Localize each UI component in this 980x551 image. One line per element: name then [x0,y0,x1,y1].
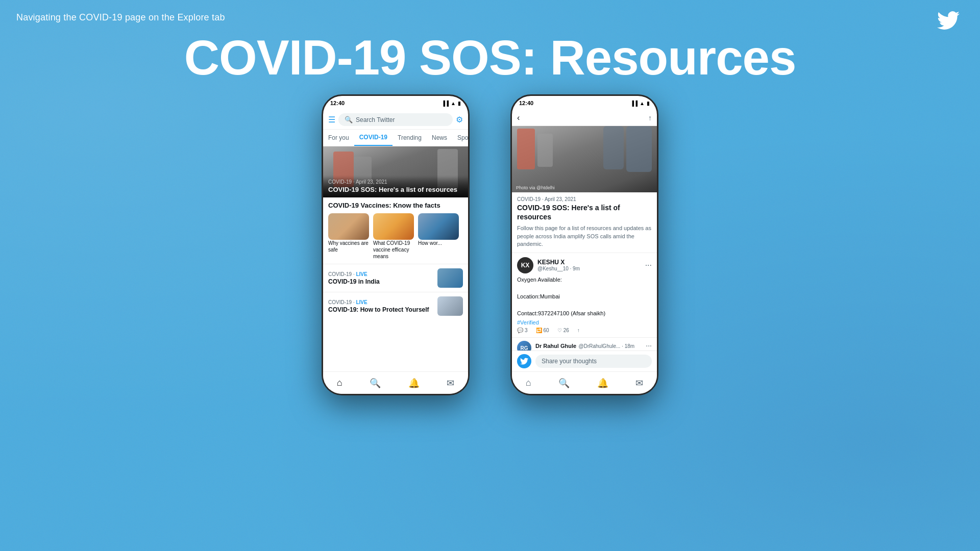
tweet1-actions: 💬 3 🔁 60 ♡ 26 ↑ [517,328,652,333]
article-card-3[interactable]: How wor... [418,213,459,260]
tweet1-like-action[interactable]: ♡ 26 [557,328,569,333]
page-subtitle: Navigating the COVID-19 page on the Expl… [16,12,225,23]
phone1-bottom-nav: ⌂ 🔍 🔔 ✉ [323,371,468,394]
tweet1-name: KESHU X [537,259,641,266]
wifi-icon: ▲ [451,101,456,106]
tab-for-you[interactable]: For you [323,130,354,145]
live-thumb-img-1 [437,268,463,288]
phone1-toolbar: ☰ 🔍 Search Twitter ⚙ [323,110,468,130]
wifi-icon-2: ▲ [640,101,645,106]
mail-nav-icon[interactable]: ✉ [447,378,454,389]
search-icon: 🔍 [345,116,353,123]
article-label-2: What COVID-19 vaccine efficacy means [373,240,414,260]
tab-trending[interactable]: Trending [393,130,427,145]
phone1-status-icons: ▐▐ ▲ ▮ [442,101,461,106]
live-badge-1: COVID-19 · LIVE [328,271,380,277]
tweet1-handle: @Keshu__10 · 9m [537,266,641,271]
vaccines-section: COVID-19 Vaccines: Know the facts Why va… [323,197,468,264]
p2-article-category: COVID-19 · April 23, 2021 [517,196,652,202]
phone1-screen: ☰ 🔍 Search Twitter ⚙ For you COVID-19 Tr… [323,110,468,394]
home-nav-icon[interactable]: ⌂ [337,378,342,388]
reply-count: 3 [525,328,528,333]
hero-title: COVID-19 SOS: Here's a list of resources [328,186,463,194]
battery-icon-2: ▮ [647,101,650,106]
phone2-article-content: COVID-19 · April 23, 2021 COVID-19 SOS: … [512,192,657,253]
tweet1-text: Oxygen Available: Location:Mumbai Contac… [517,276,652,318]
hero-overlay: COVID-19 · April 23, 2021 COVID-19 SOS: … [323,175,468,197]
reply-icon: 💬 [517,328,523,333]
tweet1-reply-action[interactable]: 💬 3 [517,328,528,333]
compose-input[interactable]: Share your thoughts [535,355,652,368]
compose-bar: Share your thoughts [512,350,657,371]
phone1-time: 12:40 [330,100,345,106]
home-nav-icon-2[interactable]: ⌂ [526,378,531,388]
tweet2-name: Dr Rahul Ghule [535,343,576,349]
settings-icon[interactable]: ⚙ [456,115,463,124]
tweet2-handle: @DrRahulGhule... · 18m [579,343,635,349]
signal-icon-2: ▐▐ [630,101,638,106]
phone2-screen: ‹ ↑ Photo via @htdelhi COVID-19 · April … [512,110,657,394]
live-title-2: COVID-19: How to Protect Yourself [328,306,429,313]
battery-icon: ▮ [458,101,461,106]
mail-nav-icon-2[interactable]: ✉ [635,378,643,389]
article-cards: Why vaccines are safe What COVID-19 vacc… [328,213,463,260]
live-item-2[interactable]: COVID-19 · LIVE COVID-19: How to Protect… [323,292,468,320]
tweet2-header: Dr Rahul Ghule @DrRahulGhule... · 18m ··… [535,341,652,350]
vaccines-section-title: COVID-19 Vaccines: Know the facts [328,202,463,209]
article-label-3: How wor... [418,240,459,246]
phone2-hero-image: Photo via @htdelhi [512,126,657,192]
phone2-status-bar: 12:40 ▐▐ ▲ ▮ [512,96,657,110]
search-placeholder: Search Twitter [356,116,395,123]
article-card-2[interactable]: What COVID-19 vaccine efficacy means [373,213,414,260]
search-bar[interactable]: 🔍 Search Twitter [338,113,453,126]
phone-2: 12:40 ▐▐ ▲ ▮ ‹ ↑ [510,94,658,395]
notifications-nav-icon-2[interactable]: 🔔 [597,378,608,389]
tab-news[interactable]: News [427,130,452,145]
search-nav-icon[interactable]: 🔍 [370,378,381,389]
phone1-hero-image: COVID-19 · April 23, 2021 COVID-19 SOS: … [323,146,468,197]
phone2-time: 12:40 [519,100,533,106]
p2-article-headline: COVID-19 SOS: Here's a list of resources [517,203,652,221]
share-action-icon: ↑ [577,328,580,333]
vaccine-article-img-2 [373,213,414,240]
article-label-1: Why vaccines are safe [328,240,369,253]
article-card-1[interactable]: Why vaccines are safe [328,213,369,260]
tweet1-avatar: KX [517,257,533,273]
tweet-card-1: KX KESHU X @Keshu__10 · 9m ··· Oxygen Av… [512,253,657,338]
menu-icon[interactable]: ☰ [328,115,335,124]
compose-avatar [517,354,531,368]
tweet1-meta: KESHU X @Keshu__10 · 9m [537,259,641,271]
like-icon: ♡ [557,328,562,333]
tweet1-retweet-action[interactable]: 🔁 60 [536,328,549,333]
main-title: COVID-19 SOS: Resources [0,31,980,85]
p2-article-description: Follow this page for a list of resources… [517,224,652,248]
tweet1-header: KX KESHU X @Keshu__10 · 9m ··· [517,257,652,273]
tweet1-share-action[interactable]: ↑ [577,328,580,333]
signal-icon: ▐▐ [442,101,449,106]
phone2-top-bar: ‹ ↑ [512,110,657,126]
phone-1: 12:40 ▐▐ ▲ ▮ ☰ 🔍 Search Twitter ⚙ For yo… [322,94,470,395]
vaccine-article-img-3 [418,213,459,240]
tweet1-more-icon[interactable]: ··· [645,261,652,270]
tweet2-more-icon[interactable]: ··· [646,341,652,349]
retweet-icon: 🔁 [536,328,542,333]
search-nav-icon-2[interactable]: 🔍 [558,378,570,389]
phone2-bottom-nav: ⌂ 🔍 🔔 ✉ [512,371,657,394]
tab-covid19[interactable]: COVID-19 [354,130,393,146]
tab-sports[interactable]: Sports [452,130,468,145]
phone2-status-icons: ▐▐ ▲ ▮ [630,101,650,106]
share-icon[interactable]: ↑ [648,114,652,122]
like-count: 26 [564,328,569,333]
phones-container: 12:40 ▐▐ ▲ ▮ ☰ 🔍 Search Twitter ⚙ For yo… [0,94,980,395]
notifications-nav-icon[interactable]: 🔔 [408,378,420,389]
retweet-count: 60 [544,328,549,333]
back-icon[interactable]: ‹ [517,113,520,122]
phone1-status-bar: 12:40 ▐▐ ▲ ▮ [323,96,468,110]
photo-credit: Photo via @htdelhi [516,185,555,190]
tweet1-verified-tag[interactable]: #Verified [517,319,652,325]
live-title-1: COVID-19 in India [328,278,380,285]
vaccine-article-img-1 [328,213,369,240]
live-thumb-img-2 [437,296,463,316]
live-item-1[interactable]: COVID-19 · LIVE COVID-19 in India [323,264,468,292]
twitter-logo-icon [937,9,960,34]
